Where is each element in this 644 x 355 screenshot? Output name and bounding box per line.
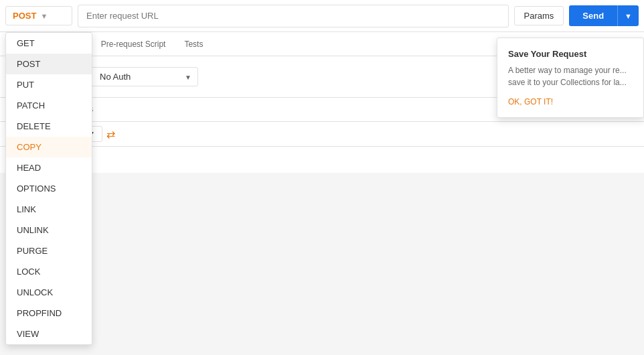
tooltip-popup: Save Your Request A better way to manage… bbox=[497, 38, 644, 118]
params-button[interactable]: Params bbox=[514, 6, 564, 25]
dropdown-item-put[interactable]: PUT bbox=[6, 74, 92, 95]
send-button[interactable]: Send bbox=[569, 5, 617, 26]
method-label: POST bbox=[13, 11, 36, 21]
method-chevron-icon: ▼ bbox=[40, 12, 48, 20]
dropdown-item-view[interactable]: VIEW bbox=[6, 324, 92, 344]
dropdown-item-lock[interactable]: LOCK bbox=[6, 261, 92, 282]
tab-pre-request-script[interactable]: Pre-request Script bbox=[92, 34, 175, 56]
tooltip-title: Save Your Request bbox=[508, 49, 633, 59]
response-toolbar: Preview HTML ▼ ⇄ bbox=[0, 122, 644, 147]
dropdown-item-head[interactable]: HEAD bbox=[6, 157, 92, 178]
dropdown-item-options[interactable]: OPTIONS bbox=[6, 178, 92, 199]
dropdown-item-unlink[interactable]: UNLINK bbox=[6, 220, 92, 240]
top-bar: POST ▼ Params Send ▼ bbox=[0, 0, 644, 32]
tab-tests[interactable]: Tests bbox=[175, 34, 212, 56]
dropdown-item-patch[interactable]: PATCH bbox=[6, 95, 92, 116]
dropdown-menu: GET POST PUT PATCH DELETE COPY HEAD OPTI… bbox=[5, 32, 92, 345]
url-input[interactable] bbox=[78, 5, 509, 27]
wrap-icon[interactable]: ⇄ bbox=[106, 128, 115, 141]
tooltip-body: A better way to manage your re... save i… bbox=[508, 64, 633, 88]
dropdown-item-copy[interactable]: COPY bbox=[6, 137, 92, 157]
dropdown-item-post[interactable]: POST bbox=[6, 54, 92, 74]
auth-select[interactable]: No Auth bbox=[91, 67, 198, 86]
method-dropdown-button[interactable]: POST ▼ bbox=[5, 6, 72, 25]
tooltip-ok-link[interactable]: OK, GOT IT! bbox=[508, 97, 553, 106]
dropdown-item-delete[interactable]: DELETE bbox=[6, 116, 92, 137]
dropdown-item-propfind[interactable]: PROPFIND bbox=[6, 303, 92, 324]
dropdown-item-unlock[interactable]: UNLOCK bbox=[6, 282, 92, 303]
dropdown-item-purge[interactable]: PURGE bbox=[6, 240, 92, 261]
dropdown-item-get[interactable]: GET bbox=[6, 33, 92, 54]
send-dropdown-button[interactable]: ▼ bbox=[617, 5, 639, 26]
dropdown-item-link[interactable]: LINK bbox=[6, 199, 92, 220]
response-content: le specified. bbox=[0, 147, 644, 173]
send-button-group: Send ▼ bbox=[569, 5, 639, 26]
auth-select-wrapper: No Auth bbox=[91, 67, 198, 86]
